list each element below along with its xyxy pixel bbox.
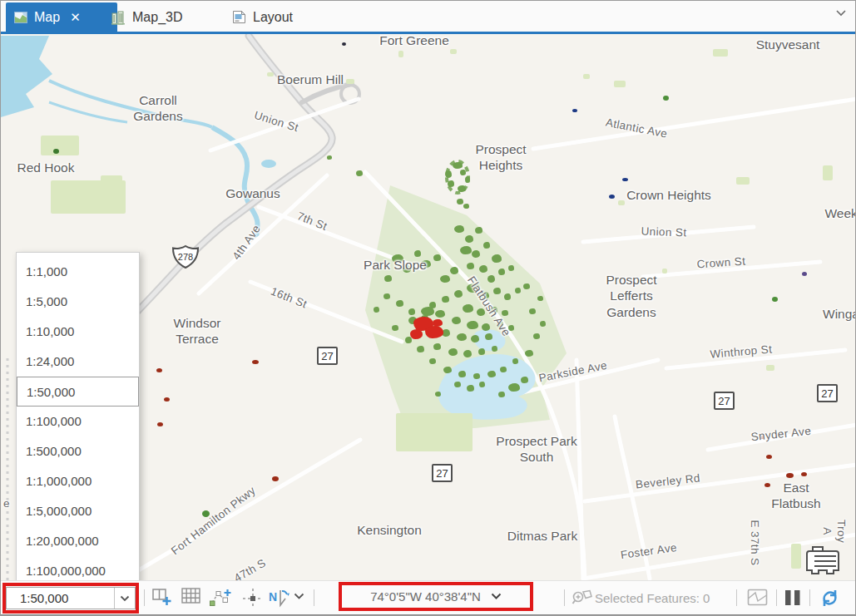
route-shield: 27 xyxy=(432,464,453,482)
green-area xyxy=(41,136,79,155)
tree-cluster xyxy=(540,321,546,327)
scale-combo[interactable]: 1:50,000 xyxy=(6,587,136,609)
tree-cluster xyxy=(435,392,441,397)
tab-map3d[interactable]: Map_3D xyxy=(102,2,219,32)
tree-cluster xyxy=(457,333,467,341)
green-area xyxy=(713,49,728,57)
scale-option[interactable]: 1:10,000 xyxy=(17,317,139,347)
point-feature xyxy=(572,109,577,112)
map-label: Red Hook xyxy=(17,160,75,175)
svg-text:278: 278 xyxy=(178,252,193,262)
scale-list: 1:1,0001:5,0001:10,0001:24,0001:50,0001:… xyxy=(17,257,139,580)
tree-cluster xyxy=(452,317,461,324)
edit-vertices-icon[interactable] xyxy=(209,588,232,608)
tree-cluster xyxy=(485,333,492,340)
chevron-down-icon[interactable] xyxy=(114,588,135,609)
point-feature xyxy=(802,272,807,276)
tree-cluster xyxy=(467,263,474,269)
selected-red-feature xyxy=(425,326,443,338)
tab-layout-label: Layout xyxy=(253,10,293,25)
tree-cluster xyxy=(472,250,480,258)
refresh-icon[interactable] xyxy=(819,588,840,609)
tree-cluster xyxy=(515,288,521,293)
map-view[interactable]: 27827272727 Fort GreeneStuyvesantBoerum … xyxy=(1,34,856,580)
selected-features-status[interactable]: Selected Features: 0 xyxy=(595,591,710,605)
snapping-icon[interactable] xyxy=(242,588,264,609)
tree-cluster xyxy=(479,382,485,387)
green-area xyxy=(267,72,274,76)
green-area xyxy=(614,81,626,87)
point-feature xyxy=(342,42,346,46)
scale-option[interactable]: 1:50,000 xyxy=(17,377,139,407)
tree-cluster xyxy=(396,300,403,307)
tree-cluster xyxy=(529,308,536,314)
green-area xyxy=(823,165,833,180)
tree-cluster xyxy=(460,170,466,175)
pause-icon[interactable] xyxy=(784,589,802,606)
tree-cluster xyxy=(502,310,508,316)
close-icon[interactable]: ✕ xyxy=(70,10,81,25)
scale-option[interactable]: 1:5,000,000 xyxy=(17,496,139,526)
tree-cluster xyxy=(429,358,436,364)
scale-option[interactable]: 1:100,000,000 xyxy=(17,556,139,580)
scale-option[interactable]: 1:20,000,000 xyxy=(17,526,139,556)
selected-red-feature xyxy=(433,319,443,327)
scale-option[interactable]: 1:500,000 xyxy=(17,436,139,466)
tree-cluster xyxy=(463,204,469,209)
map-label: Troy A xyxy=(819,520,848,543)
chevron-down-icon[interactable] xyxy=(491,593,502,600)
separator xyxy=(736,589,737,606)
tab-layout[interactable]: Layout xyxy=(224,2,327,32)
scale-option[interactable]: 1:5,000 xyxy=(17,287,139,317)
tree-cluster xyxy=(493,288,501,294)
tree-cluster xyxy=(465,176,470,183)
tree-cluster xyxy=(440,275,450,283)
tree-cluster xyxy=(445,170,452,178)
map-label: E 37th S xyxy=(748,520,762,566)
selected-features-count: 0 xyxy=(703,591,710,605)
tree-cluster xyxy=(433,254,441,261)
tree-cluster xyxy=(498,269,505,275)
scale-option[interactable]: 1:100,000 xyxy=(17,407,139,436)
tab-map[interactable]: Map ✕ xyxy=(6,2,117,32)
scale-value[interactable]: 1:50,000 xyxy=(7,591,114,605)
tree-cluster xyxy=(483,242,490,249)
green-area xyxy=(396,413,473,451)
tree-cluster xyxy=(492,346,497,352)
scale-option[interactable]: 1:24,000 xyxy=(17,347,139,377)
route-shield: 27 xyxy=(317,347,338,365)
coordinates-highlight-box: 74°0'5"W 40°38'4"N xyxy=(339,582,533,611)
table-icon[interactable] xyxy=(181,588,200,604)
chevron-down-icon[interactable] xyxy=(835,9,847,17)
coordinates-display[interactable]: 74°0'5"W 40°38'4"N xyxy=(370,589,481,604)
north-arrow-icon[interactable]: N xyxy=(269,589,290,609)
map-label: Park Slope xyxy=(364,257,427,273)
green-area xyxy=(346,79,354,84)
add-view-icon[interactable] xyxy=(152,588,172,607)
tree-cluster xyxy=(421,307,434,316)
tree-cluster xyxy=(471,335,479,342)
map-label: Winga xyxy=(823,306,856,322)
chevron-down-icon[interactable] xyxy=(294,593,304,600)
point-feature xyxy=(53,149,59,154)
tree-cluster xyxy=(537,296,543,301)
tree-cluster xyxy=(405,337,412,343)
scale-list-popup: 1:1,0001:5,0001:10,0001:24,0001:50,0001:… xyxy=(16,252,140,580)
tree-cluster xyxy=(479,265,487,273)
selected-red-feature xyxy=(410,329,423,339)
clip-icon[interactable] xyxy=(747,589,768,606)
tree-cluster xyxy=(383,293,390,299)
tree-cluster xyxy=(356,170,363,176)
scale-option[interactable]: 1:1,000,000 xyxy=(17,466,139,496)
select-zoom-icon[interactable] xyxy=(571,589,593,607)
route-shield: 27 xyxy=(714,392,735,410)
tree-cluster xyxy=(433,343,441,350)
map-label: Ditmas Park xyxy=(507,528,577,544)
arcgis-window: { "tabs": { "items": [ {"label":"Map","a… xyxy=(0,0,856,616)
tree-cluster xyxy=(448,180,454,187)
scale-option[interactable]: 1:1,000 xyxy=(17,257,139,287)
green-area xyxy=(450,49,457,54)
tree-cluster xyxy=(374,307,379,313)
tree-cluster xyxy=(465,235,473,243)
scale-highlight-box: 1:50,000 xyxy=(2,583,139,614)
